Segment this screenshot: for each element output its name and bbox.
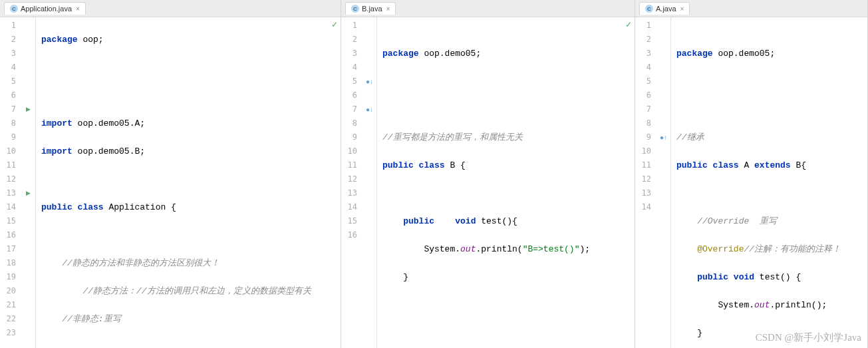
tab-bar: C A.java × [635,0,867,17]
run-icon[interactable]: ▶ [21,102,35,116]
tab-bar: C Application.java × [0,0,341,17]
gutter-icons: ●↑ [656,17,671,348]
editor-pane-a: C A.java × 1234567891011121314 ●↑ packag… [635,0,868,348]
close-icon[interactable]: × [386,5,390,13]
tab-bar: C B.java × [341,0,635,17]
code-content[interactable]: package oop; import oop.demo05.A; import… [36,17,341,348]
line-gutter: 1234567891011121314151617181920212223 [0,17,21,348]
override-icon[interactable]: ●↓ [362,75,376,88]
gutter-icons: ▶▶ [21,17,36,348]
tab-label: B.java [362,5,382,13]
tab-a[interactable]: C A.java × [639,2,690,15]
tab-label: A.java [656,5,676,13]
tab-application[interactable]: C Application.java × [4,2,86,15]
editor-pane-b: C B.java × ✓ 12345678910111213141516 ●↓●… [341,0,635,348]
editor-pane-application: C Application.java × ✓ 12345678910111213… [0,0,341,348]
close-icon[interactable]: × [76,5,80,13]
override-icon[interactable]: ●↑ [656,130,670,144]
java-class-icon: C [351,5,359,13]
code-content[interactable]: package oop.demo05; //重写都是方法的重写，和属性无关 pu… [377,17,635,348]
gutter-icons: ●↓●↓ [362,17,377,348]
code-area[interactable]: ✓ 12345678910111213141516 ●↓●↓ package o… [341,17,635,348]
editor-container: C Application.java × ✓ 12345678910111213… [0,0,868,348]
code-content[interactable]: package oop.demo05; //继承 public class A … [671,17,867,348]
line-gutter: 1234567891011121314 [635,17,656,348]
tab-label: Application.java [21,5,72,13]
close-icon[interactable]: × [680,5,684,13]
watermark: CSDN @新手小刘学Java [756,331,861,344]
code-area[interactable]: 1234567891011121314 ●↑ package oop.demo0… [635,17,867,348]
java-class-icon: C [10,5,18,13]
tab-b[interactable]: C B.java × [345,2,396,15]
override-icon[interactable]: ●↓ [362,102,376,116]
java-class-icon: C [645,5,653,13]
code-area[interactable]: ✓ 1234567891011121314151617181920212223 … [0,17,341,348]
line-gutter: 12345678910111213141516 [341,17,362,348]
run-icon[interactable]: ▶ [21,186,35,200]
